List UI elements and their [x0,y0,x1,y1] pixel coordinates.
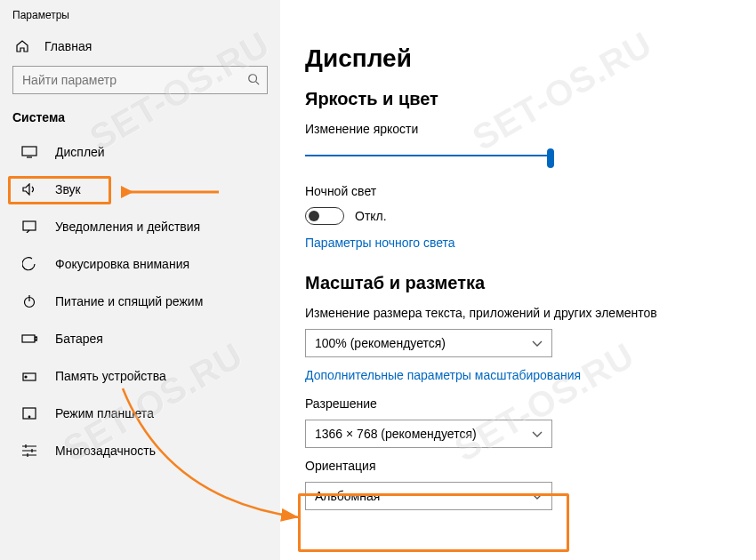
text-size-label: Изменение размера текста, приложений и д… [305,306,756,320]
orientation-select[interactable]: Альбомная [305,482,552,510]
orientation-label: Ориентация [305,459,756,473]
slider-thumb[interactable] [547,148,554,168]
svg-point-7 [25,376,27,378]
main-panel: Дисплей Яркость и цвет Изменение яркости… [280,0,756,560]
search-input[interactable] [12,66,268,94]
brightness-slider[interactable] [305,145,552,166]
toggle-knob [309,211,319,221]
notifications-icon [20,220,39,233]
sidebar-item-tablet[interactable]: Режим планшета [0,395,280,432]
sidebar-item-label: Звук [55,182,81,196]
resolution-value: 1366 × 768 (рекомендуется) [315,427,477,441]
multitask-icon [20,444,39,457]
brightness-slider-label: Изменение яркости [305,122,756,136]
sidebar-item-label: Память устройства [55,369,166,383]
night-light-label: Ночной свет [305,184,756,198]
svg-point-9 [28,416,30,418]
sidebar-item-label: Дисплей [55,145,105,159]
sidebar-item-sound[interactable]: Звук [0,171,280,208]
power-icon [20,294,39,308]
night-light-toggle[interactable] [305,207,344,225]
window-title: Параметры [0,5,280,34]
chevron-down-icon [532,427,543,441]
advanced-scaling-link[interactable]: Дополнительные параметры масштабирования [305,368,756,382]
brightness-heading: Яркость и цвет [305,89,756,109]
sidebar-item-battery[interactable]: Батарея [0,320,280,357]
sidebar-item-multitask[interactable]: Многозадачность [0,432,280,469]
text-size-select[interactable]: 100% (рекомендуется) [305,329,552,357]
sidebar-home-label: Главная [44,39,92,53]
orientation-value: Альбомная [315,489,380,503]
sidebar-item-label: Фокусировка внимания [55,257,189,271]
battery-icon [20,333,39,344]
sidebar: Параметры Главная Система Дисплей [0,0,280,560]
sidebar-section-label: Система [0,110,280,133]
night-light-state: Откл. [355,209,387,223]
svg-rect-2 [23,221,36,230]
sidebar-item-label: Батарея [55,332,103,346]
display-icon [20,146,39,158]
search-field[interactable] [20,72,247,88]
sound-icon [20,183,39,196]
sidebar-item-notifications[interactable]: Уведомления и действия [0,208,280,245]
chevron-down-icon [532,336,543,350]
scale-heading: Масштаб и разметка [305,273,756,293]
page-title: Дисплей [305,44,756,73]
tablet-icon [20,407,39,420]
sidebar-item-label: Уведомления и действия [55,220,200,234]
search-icon [247,73,260,88]
chevron-down-icon [532,489,543,503]
sidebar-item-display[interactable]: Дисплей [0,133,280,171]
sidebar-item-label: Питание и спящий режим [55,294,203,308]
sidebar-item-power[interactable]: Питание и спящий режим [0,283,280,320]
sidebar-item-storage[interactable]: Память устройства [0,357,280,395]
svg-rect-5 [36,337,37,340]
sidebar-home[interactable]: Главная [0,34,280,66]
night-light-settings-link[interactable]: Параметры ночного света [305,236,756,250]
sidebar-item-label: Многозадачность [55,444,156,458]
home-icon [12,39,32,53]
slider-track [305,155,552,156]
svg-rect-1 [22,147,36,156]
focus-icon [20,257,39,271]
svg-rect-4 [22,335,35,342]
sidebar-item-focus[interactable]: Фокусировка внимания [0,245,280,283]
resolution-label: Разрешение [305,396,756,411]
text-size-value: 100% (рекомендуется) [315,336,446,350]
sidebar-item-label: Режим планшета [55,406,154,420]
resolution-select[interactable]: 1366 × 768 (рекомендуется) [305,420,552,448]
storage-icon [20,370,39,382]
svg-point-0 [249,74,257,82]
